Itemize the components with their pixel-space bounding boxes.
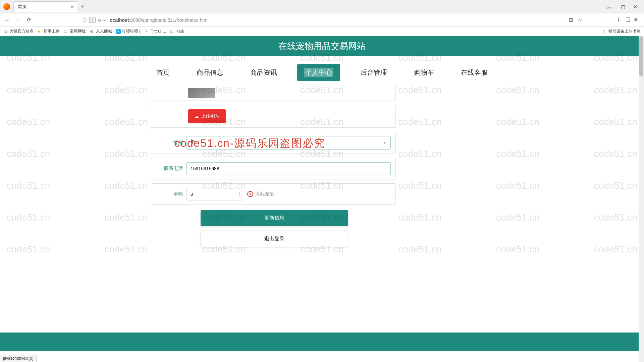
phone-input[interactable] xyxy=(191,166,386,171)
reload-icon[interactable]: ⟳ xyxy=(25,16,33,24)
bookmark-item[interactable]: 🗀火狐官方站点 xyxy=(3,28,34,34)
forward-icon[interactable]: → xyxy=(14,16,22,24)
watermark-row: code51.cncode51.cncode51.cncode51.cncode… xyxy=(0,85,644,96)
info-icon: ⓘ xyxy=(89,17,96,23)
footer xyxy=(0,333,639,351)
firefox-icon xyxy=(3,3,10,10)
watermark-row: code51.cncode51.cncode51.cncode51.cncode… xyxy=(0,180,644,191)
close-window-icon[interactable]: ✕ xyxy=(633,4,637,9)
phone-input-wrapper xyxy=(186,162,391,175)
tab-title: 首页 xyxy=(18,4,26,9)
gender-select[interactable]: 男 ▼ xyxy=(186,136,391,149)
bookmark-item[interactable]: 🗀书生 xyxy=(170,28,184,34)
download-icon[interactable]: ⭳ xyxy=(616,17,622,23)
nav-cart[interactable]: 购物车 xyxy=(407,64,441,81)
phone-card: 联系电话 xyxy=(151,158,396,179)
nav-products[interactable]: 商品信息 xyxy=(190,64,230,81)
nav-home[interactable]: 首页 xyxy=(150,64,176,81)
phone-label: 联系电话 xyxy=(156,166,186,172)
site-title: 在线宠物用品交易网站 xyxy=(278,41,366,51)
chevron-down-icon: ▼ xyxy=(383,141,386,145)
qr-icon[interactable]: ⊞ xyxy=(569,17,573,23)
bookmark-item[interactable]: ●新手上路 xyxy=(38,28,60,34)
mobile-bookmarks[interactable]: ▯移动设备上的书签 xyxy=(602,28,641,34)
nav-profile[interactable]: 个人中心 xyxy=(297,64,340,81)
url-field[interactable]: 🛡 ⓘ ⊖⁓ localhost:8080/springbootql5z1/fr… xyxy=(36,17,566,23)
new-tab-button[interactable]: + xyxy=(80,3,84,10)
yen-icon: ¥ xyxy=(247,191,253,197)
bookmark-item[interactable]: tv哔哩哔哩 ( ゜- ゜)つロ ... xyxy=(116,28,166,34)
watermark-row: code51.cncode51.cncode51.cncode51.cncode… xyxy=(0,244,644,255)
url-path: /springbootql5z1/front/index.html xyxy=(141,17,209,23)
browser-tab[interactable]: 首页 ✕ xyxy=(13,1,77,12)
watermark-row: code51.cncode51.cncode51.cncode51.cncode… xyxy=(0,117,644,127)
balance-label: 余额 xyxy=(156,191,186,197)
nav-news[interactable]: 商品资讯 xyxy=(244,64,284,81)
nav-service[interactable]: 在线客服 xyxy=(454,64,494,81)
back-icon[interactable]: ← xyxy=(3,16,11,24)
recharge-link[interactable]: ¥ 点我充值 xyxy=(247,191,274,197)
browser-tab-bar: 首页 ✕ + ⌄ — ▢ ✕ xyxy=(0,0,644,13)
gender-label: 性别 xyxy=(156,140,186,146)
extensions-icon[interactable]: ❐ xyxy=(626,17,630,23)
watermark-row: code51.cncode51.cncode51.cncode51.cncode… xyxy=(0,148,644,159)
status-bar: javascript:void(0) xyxy=(0,355,37,362)
bookmark-item[interactable]: 🗀常用网址 xyxy=(64,28,86,34)
address-bar: ← → ⟳ 🛡 ⓘ ⊖⁓ localhost:8080/springbootql… xyxy=(0,13,644,27)
url-host: localhost xyxy=(108,17,129,23)
balance-input[interactable] xyxy=(191,192,229,197)
minimize-icon[interactable]: — xyxy=(608,4,613,9)
page-viewport: 在线宠物用品交易网站 首页 商品信息 商品资讯 个人中心 后台管理 购物车 在线… xyxy=(0,36,644,362)
number-spinner[interactable]: ▲▼ xyxy=(238,191,241,197)
window-controls: — ▢ ✕ xyxy=(608,0,644,13)
nav-admin[interactable]: 后台管理 xyxy=(354,64,394,81)
maximize-icon[interactable]: ▢ xyxy=(621,4,625,9)
bookmark-item[interactable]: ⊕京东商城 xyxy=(90,28,112,34)
permission-icon: ⊖⁓ xyxy=(98,17,106,23)
close-icon[interactable]: ✕ xyxy=(70,4,74,9)
bookmark-star-icon[interactable]: ☆ xyxy=(577,17,582,23)
watermark-row: code51.cncode51.cncode51.cncode51.cncode… xyxy=(0,52,644,63)
bookmarks-bar: 🗀火狐官方站点 ●新手上路 🗀常用网址 ⊕京东商城 tv哔哩哔哩 ( ゜- ゜)… xyxy=(0,27,644,36)
shield-icon: 🛡 xyxy=(83,17,87,23)
url-port: :8080 xyxy=(129,17,141,23)
menu-icon[interactable]: ≡ xyxy=(634,17,637,23)
side-frame xyxy=(94,85,144,184)
watermark-row: code51.cncode51.cncode51.cncode51.cncode… xyxy=(0,212,644,223)
